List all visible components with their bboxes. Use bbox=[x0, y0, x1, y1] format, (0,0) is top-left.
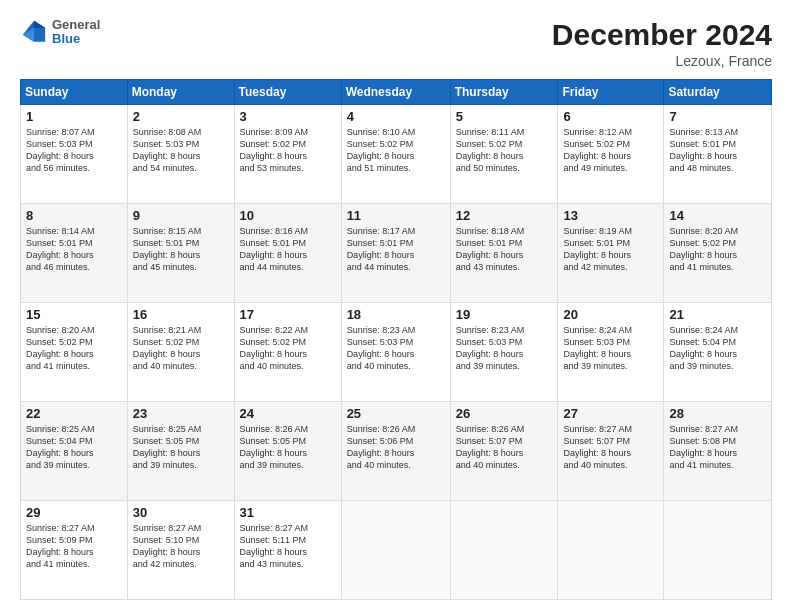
calendar-cell: 18Sunrise: 8:23 AM Sunset: 5:03 PM Dayli… bbox=[341, 303, 450, 402]
day-info: Sunrise: 8:17 AM Sunset: 5:01 PM Dayligh… bbox=[347, 225, 445, 274]
day-info: Sunrise: 8:08 AM Sunset: 5:03 PM Dayligh… bbox=[133, 126, 229, 175]
day-number: 18 bbox=[347, 307, 445, 322]
day-info: Sunrise: 8:25 AM Sunset: 5:05 PM Dayligh… bbox=[133, 423, 229, 472]
header: General Blue December 2024 Lezoux, Franc… bbox=[20, 18, 772, 69]
day-number: 27 bbox=[563, 406, 658, 421]
day-info: Sunrise: 8:24 AM Sunset: 5:03 PM Dayligh… bbox=[563, 324, 658, 373]
calendar-cell: 24Sunrise: 8:26 AM Sunset: 5:05 PM Dayli… bbox=[234, 402, 341, 501]
day-number: 30 bbox=[133, 505, 229, 520]
calendar-cell: 17Sunrise: 8:22 AM Sunset: 5:02 PM Dayli… bbox=[234, 303, 341, 402]
day-number: 28 bbox=[669, 406, 766, 421]
page: General Blue December 2024 Lezoux, Franc… bbox=[0, 0, 792, 612]
calendar-cell: 30Sunrise: 8:27 AM Sunset: 5:10 PM Dayli… bbox=[127, 501, 234, 600]
calendar-cell: 21Sunrise: 8:24 AM Sunset: 5:04 PM Dayli… bbox=[664, 303, 772, 402]
calendar-cell bbox=[341, 501, 450, 600]
calendar-weekday: Saturday bbox=[664, 80, 772, 105]
calendar-header-row: SundayMondayTuesdayWednesdayThursdayFrid… bbox=[21, 80, 772, 105]
calendar-table: SundayMondayTuesdayWednesdayThursdayFrid… bbox=[20, 79, 772, 600]
day-number: 2 bbox=[133, 109, 229, 124]
day-info: Sunrise: 8:27 AM Sunset: 5:07 PM Dayligh… bbox=[563, 423, 658, 472]
day-number: 31 bbox=[240, 505, 336, 520]
day-number: 15 bbox=[26, 307, 122, 322]
calendar-cell: 8Sunrise: 8:14 AM Sunset: 5:01 PM Daylig… bbox=[21, 204, 128, 303]
calendar-cell: 5Sunrise: 8:11 AM Sunset: 5:02 PM Daylig… bbox=[450, 105, 558, 204]
calendar-cell: 13Sunrise: 8:19 AM Sunset: 5:01 PM Dayli… bbox=[558, 204, 664, 303]
calendar-week-row: 1Sunrise: 8:07 AM Sunset: 5:03 PM Daylig… bbox=[21, 105, 772, 204]
day-info: Sunrise: 8:15 AM Sunset: 5:01 PM Dayligh… bbox=[133, 225, 229, 274]
calendar-weekday: Friday bbox=[558, 80, 664, 105]
day-number: 1 bbox=[26, 109, 122, 124]
calendar-cell: 19Sunrise: 8:23 AM Sunset: 5:03 PM Dayli… bbox=[450, 303, 558, 402]
calendar-cell: 14Sunrise: 8:20 AM Sunset: 5:02 PM Dayli… bbox=[664, 204, 772, 303]
calendar-cell: 12Sunrise: 8:18 AM Sunset: 5:01 PM Dayli… bbox=[450, 204, 558, 303]
calendar-cell: 28Sunrise: 8:27 AM Sunset: 5:08 PM Dayli… bbox=[664, 402, 772, 501]
calendar-cell: 4Sunrise: 8:10 AM Sunset: 5:02 PM Daylig… bbox=[341, 105, 450, 204]
calendar-weekday: Thursday bbox=[450, 80, 558, 105]
day-number: 6 bbox=[563, 109, 658, 124]
calendar-cell: 22Sunrise: 8:25 AM Sunset: 5:04 PM Dayli… bbox=[21, 402, 128, 501]
calendar-cell: 25Sunrise: 8:26 AM Sunset: 5:06 PM Dayli… bbox=[341, 402, 450, 501]
day-number: 17 bbox=[240, 307, 336, 322]
day-info: Sunrise: 8:20 AM Sunset: 5:02 PM Dayligh… bbox=[26, 324, 122, 373]
calendar-cell: 3Sunrise: 8:09 AM Sunset: 5:02 PM Daylig… bbox=[234, 105, 341, 204]
calendar-cell: 23Sunrise: 8:25 AM Sunset: 5:05 PM Dayli… bbox=[127, 402, 234, 501]
day-number: 29 bbox=[26, 505, 122, 520]
calendar-cell: 20Sunrise: 8:24 AM Sunset: 5:03 PM Dayli… bbox=[558, 303, 664, 402]
day-number: 3 bbox=[240, 109, 336, 124]
calendar-cell: 16Sunrise: 8:21 AM Sunset: 5:02 PM Dayli… bbox=[127, 303, 234, 402]
calendar-cell bbox=[558, 501, 664, 600]
day-info: Sunrise: 8:13 AM Sunset: 5:01 PM Dayligh… bbox=[669, 126, 766, 175]
calendar-cell: 1Sunrise: 8:07 AM Sunset: 5:03 PM Daylig… bbox=[21, 105, 128, 204]
calendar-cell bbox=[664, 501, 772, 600]
calendar-cell: 15Sunrise: 8:20 AM Sunset: 5:02 PM Dayli… bbox=[21, 303, 128, 402]
calendar-week-row: 22Sunrise: 8:25 AM Sunset: 5:04 PM Dayli… bbox=[21, 402, 772, 501]
day-number: 10 bbox=[240, 208, 336, 223]
day-info: Sunrise: 8:14 AM Sunset: 5:01 PM Dayligh… bbox=[26, 225, 122, 274]
logo-blue: Blue bbox=[52, 32, 100, 46]
day-info: Sunrise: 8:26 AM Sunset: 5:06 PM Dayligh… bbox=[347, 423, 445, 472]
logo-general: General bbox=[52, 18, 100, 32]
calendar-cell: 2Sunrise: 8:08 AM Sunset: 5:03 PM Daylig… bbox=[127, 105, 234, 204]
logo-icon bbox=[20, 18, 48, 46]
day-info: Sunrise: 8:21 AM Sunset: 5:02 PM Dayligh… bbox=[133, 324, 229, 373]
day-info: Sunrise: 8:09 AM Sunset: 5:02 PM Dayligh… bbox=[240, 126, 336, 175]
logo-text: General Blue bbox=[52, 18, 100, 47]
day-info: Sunrise: 8:23 AM Sunset: 5:03 PM Dayligh… bbox=[347, 324, 445, 373]
day-info: Sunrise: 8:19 AM Sunset: 5:01 PM Dayligh… bbox=[563, 225, 658, 274]
calendar-week-row: 29Sunrise: 8:27 AM Sunset: 5:09 PM Dayli… bbox=[21, 501, 772, 600]
calendar-cell: 31Sunrise: 8:27 AM Sunset: 5:11 PM Dayli… bbox=[234, 501, 341, 600]
day-info: Sunrise: 8:27 AM Sunset: 5:09 PM Dayligh… bbox=[26, 522, 122, 571]
day-info: Sunrise: 8:26 AM Sunset: 5:05 PM Dayligh… bbox=[240, 423, 336, 472]
day-number: 23 bbox=[133, 406, 229, 421]
day-info: Sunrise: 8:24 AM Sunset: 5:04 PM Dayligh… bbox=[669, 324, 766, 373]
day-info: Sunrise: 8:20 AM Sunset: 5:02 PM Dayligh… bbox=[669, 225, 766, 274]
day-info: Sunrise: 8:16 AM Sunset: 5:01 PM Dayligh… bbox=[240, 225, 336, 274]
day-number: 13 bbox=[563, 208, 658, 223]
day-number: 7 bbox=[669, 109, 766, 124]
month-title: December 2024 bbox=[552, 18, 772, 51]
calendar-weekday: Wednesday bbox=[341, 80, 450, 105]
day-number: 20 bbox=[563, 307, 658, 322]
day-number: 21 bbox=[669, 307, 766, 322]
calendar-cell: 7Sunrise: 8:13 AM Sunset: 5:01 PM Daylig… bbox=[664, 105, 772, 204]
logo: General Blue bbox=[20, 18, 100, 47]
day-number: 12 bbox=[456, 208, 553, 223]
day-info: Sunrise: 8:25 AM Sunset: 5:04 PM Dayligh… bbox=[26, 423, 122, 472]
day-info: Sunrise: 8:18 AM Sunset: 5:01 PM Dayligh… bbox=[456, 225, 553, 274]
day-number: 8 bbox=[26, 208, 122, 223]
calendar-weekday: Monday bbox=[127, 80, 234, 105]
day-info: Sunrise: 8:22 AM Sunset: 5:02 PM Dayligh… bbox=[240, 324, 336, 373]
day-number: 9 bbox=[133, 208, 229, 223]
location: Lezoux, France bbox=[552, 53, 772, 69]
day-info: Sunrise: 8:10 AM Sunset: 5:02 PM Dayligh… bbox=[347, 126, 445, 175]
calendar-weekday: Tuesday bbox=[234, 80, 341, 105]
calendar-cell: 27Sunrise: 8:27 AM Sunset: 5:07 PM Dayli… bbox=[558, 402, 664, 501]
day-number: 24 bbox=[240, 406, 336, 421]
calendar-cell: 26Sunrise: 8:26 AM Sunset: 5:07 PM Dayli… bbox=[450, 402, 558, 501]
calendar-week-row: 8Sunrise: 8:14 AM Sunset: 5:01 PM Daylig… bbox=[21, 204, 772, 303]
svg-marker-1 bbox=[34, 21, 45, 28]
day-number: 22 bbox=[26, 406, 122, 421]
calendar-cell: 29Sunrise: 8:27 AM Sunset: 5:09 PM Dayli… bbox=[21, 501, 128, 600]
day-number: 25 bbox=[347, 406, 445, 421]
day-info: Sunrise: 8:27 AM Sunset: 5:08 PM Dayligh… bbox=[669, 423, 766, 472]
